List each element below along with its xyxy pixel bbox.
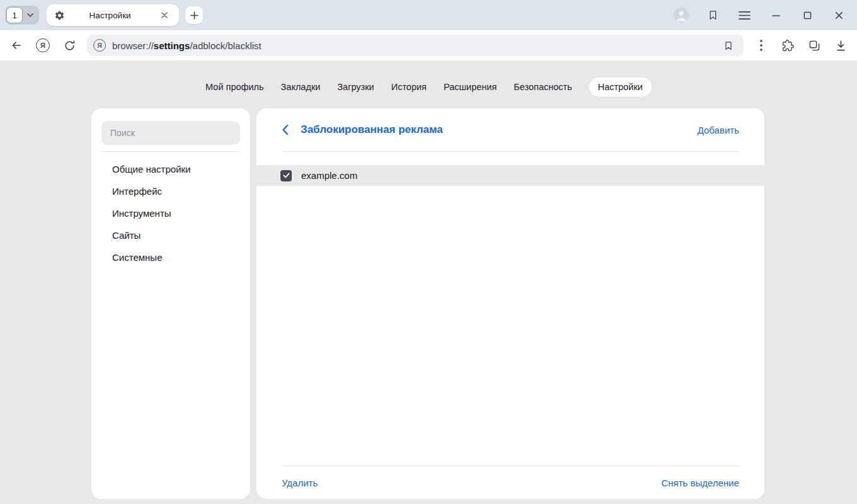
search-input[interactable] [101, 121, 240, 145]
url-suffix: /adblock/blacklist [190, 40, 261, 51]
downloads-button[interactable] [829, 34, 852, 57]
panel-footer: Удалить Снять выделение [282, 466, 739, 499]
sidebar-item-interface[interactable]: Интерфейс [101, 180, 240, 202]
tab-bar: 1 Настройки [0, 0, 857, 30]
minimize-button[interactable] [766, 6, 785, 25]
settings-sidebar: Общие настройки Интерфейс Инструменты Са… [91, 108, 250, 499]
url-text: browser://settings/adblock/blacklist [112, 40, 720, 51]
profile-avatar[interactable] [672, 6, 691, 25]
close-icon [161, 12, 168, 18]
site-icon: Я [93, 39, 106, 52]
nav-item-downloads[interactable]: Загрузки [337, 77, 374, 96]
download-icon [835, 40, 847, 52]
puzzle-icon [782, 40, 794, 52]
more-actions-button[interactable] [750, 34, 773, 57]
collections-icon [808, 40, 820, 52]
arrow-left-icon [10, 40, 23, 51]
nav-item-settings[interactable]: Настройки [589, 77, 652, 96]
page-title: Заблокированная реклама [301, 123, 443, 136]
url-highlight: settings [154, 40, 190, 51]
window-close-button[interactable] [829, 6, 848, 25]
row-checkbox[interactable] [280, 170, 292, 181]
tab-close-button[interactable] [155, 6, 174, 25]
reload-button[interactable] [58, 34, 81, 57]
browser-toolbar: Я Я browser://settings/adblock/blacklist [0, 30, 857, 60]
sidebar-item-system[interactable]: Системные [101, 246, 240, 268]
settings-nav: Мой профиль Закладки Загрузки История Ра… [0, 77, 857, 96]
divider [282, 151, 739, 152]
extensions-button[interactable] [776, 34, 799, 57]
kebab-icon [760, 40, 762, 51]
tab-group-pill[interactable]: 1 [5, 6, 39, 25]
bookmark-icon [708, 9, 718, 21]
bookmark-page-button[interactable] [720, 37, 737, 54]
tab-bar-right-controls [672, 6, 851, 25]
yandex-home-button[interactable]: Я [32, 34, 54, 57]
blacklist-row[interactable]: example.com [256, 165, 764, 186]
maximize-icon [803, 11, 812, 20]
hamburger-icon [739, 11, 751, 20]
check-icon [283, 173, 290, 178]
avatar-icon [673, 7, 689, 23]
new-tab-button[interactable] [185, 6, 203, 24]
nav-item-profile[interactable]: Мой профиль [205, 77, 263, 96]
bookmarks-panel-button[interactable] [703, 6, 722, 25]
deselect-button[interactable]: Снять выделение [661, 478, 739, 488]
tab-settings[interactable]: Настройки [47, 4, 179, 26]
tab-group-count: 1 [6, 7, 23, 23]
bookmark-icon [723, 40, 733, 51]
nav-item-extensions[interactable]: Расширения [444, 77, 497, 96]
close-icon [835, 11, 843, 20]
address-bar[interactable]: Я browser://settings/adblock/blacklist [87, 35, 744, 56]
maximize-button[interactable] [798, 6, 817, 25]
nav-item-bookmarks[interactable]: Закладки [281, 77, 321, 96]
tab-title: Настройки [65, 11, 155, 20]
browser-window: 1 Настройки [0, 0, 857, 504]
yandex-logo-icon: Я [36, 38, 50, 52]
plus-icon [190, 11, 198, 20]
reload-icon [64, 40, 76, 52]
minimize-icon [772, 11, 780, 20]
sidebar-item-sites[interactable]: Сайты [101, 224, 240, 246]
add-button[interactable]: Добавить [698, 125, 739, 135]
row-domain: example.com [301, 170, 357, 181]
menu-button[interactable] [735, 6, 754, 25]
divider [101, 151, 240, 152]
collections-button[interactable] [803, 34, 825, 57]
chevron-left-icon [282, 124, 289, 135]
sidebar-item-general[interactable]: Общие настройки [101, 158, 240, 180]
nav-item-security[interactable]: Безопасность [514, 77, 572, 96]
nav-item-history[interactable]: История [391, 77, 427, 96]
settings-panel: Заблокированная реклама Добавить example… [256, 108, 764, 499]
settings-page: Мой профиль Закладки Загрузки История Ра… [0, 60, 857, 504]
sidebar-item-tools[interactable]: Инструменты [101, 202, 240, 224]
delete-button[interactable]: Удалить [282, 478, 318, 488]
back-button[interactable] [5, 34, 28, 57]
url-prefix: browser:// [112, 40, 154, 51]
gear-icon [54, 10, 65, 21]
panel-header: Заблокированная реклама Добавить [256, 108, 764, 151]
back-chevron-button[interactable] [282, 124, 289, 135]
chevron-down-icon[interactable] [23, 13, 38, 17]
